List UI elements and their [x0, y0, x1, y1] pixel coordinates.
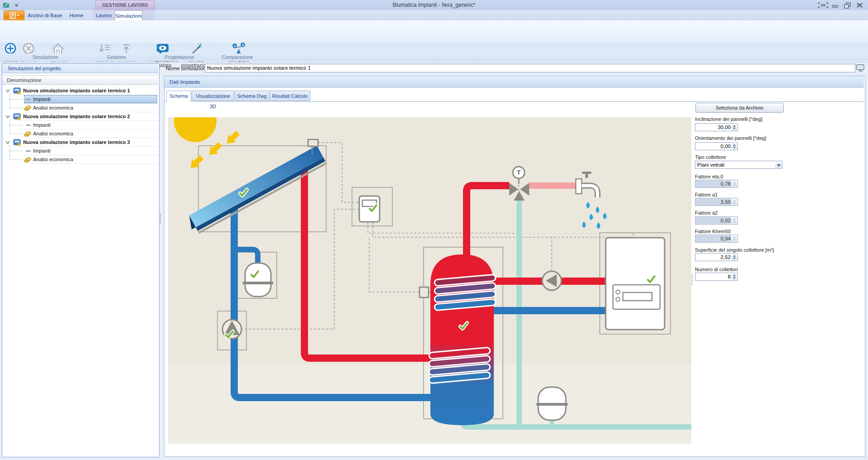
coins-icon	[24, 157, 31, 163]
impianti-icon	[26, 150, 31, 152]
close-button[interactable]	[855, 2, 865, 9]
spinner-fattore-khem50	[731, 235, 738, 243]
tree-row-label: Impianti	[33, 147, 51, 155]
t-sensor-label: T	[517, 169, 521, 176]
group-label-comparazione: Comparazione	[210, 54, 265, 60]
group-label-gestione: Gestione	[89, 54, 144, 60]
tree-row-label: Nuova simulazione impianto solare termic…	[23, 138, 130, 147]
chevron-down-icon[interactable]	[5, 141, 10, 144]
tab-strip-line	[164, 101, 864, 102]
group-label-progettazione: Progettazione	[152, 54, 207, 60]
boiler[interactable]	[606, 238, 665, 330]
tree-row-impianti-1[interactable]: Impianti	[2, 95, 158, 104]
tree-row-label: Analisi economica	[33, 155, 73, 164]
svg-text:A: A	[234, 44, 236, 48]
field-fattore-a2: 0,02	[695, 216, 733, 225]
field-label-tipo-collettore: Tipo collettore	[695, 154, 726, 160]
field-superficie[interactable]: 2,52	[695, 253, 733, 261]
application-window: GESTIONE LAVORO Blumatica Impianti - fie…	[0, 0, 868, 460]
field-inclinazione[interactable]: 30,00	[695, 123, 733, 131]
sidebar-header: Simulazioni del progetto	[2, 64, 158, 73]
group-separator	[218, 43, 219, 79]
spinner-numero-collettori[interactable]	[731, 273, 738, 281]
expansion-vessel-solar[interactable]	[243, 263, 273, 297]
seleziona-da-archivio-button[interactable]: Seleziona da Archivio	[695, 103, 784, 113]
group-label-simulazione: Simulazione	[18, 54, 72, 60]
dropdown-button-icon[interactable]	[775, 161, 782, 169]
spinner-fattore-a1	[731, 198, 738, 206]
field-fattore-eta0: 0,78	[695, 180, 733, 188]
spinner-fattore-a2	[731, 216, 738, 225]
column-header-denominazione[interactable]: Denominazione	[2, 75, 158, 85]
chevron-down-icon[interactable]	[5, 115, 10, 119]
name-simulation-label: Nome simulazione	[166, 66, 209, 71]
file-menu-icon	[10, 12, 19, 19]
field-orientamento[interactable]: 0,00	[695, 142, 733, 150]
field-label-fattore-a2: Fattore a2	[695, 210, 718, 216]
spinner-fattore-eta0	[731, 180, 738, 188]
tab-risultati-calcolo[interactable]: Risultati Calcolo	[270, 91, 310, 101]
tree-row-simulation-2[interactable]: Nuova simulazione impianto solare termic…	[2, 112, 158, 121]
tree-row-label: Analisi economica	[33, 129, 73, 138]
spinner-orientamento[interactable]	[731, 142, 738, 150]
svg-text:B: B	[242, 43, 244, 47]
tab-lavoro[interactable]: Lavoro	[94, 10, 113, 20]
schema-canvas[interactable]: T	[168, 117, 691, 444]
canvas-background-lower	[168, 365, 691, 444]
storage-tank[interactable]	[429, 254, 496, 425]
spinner-inclinazione[interactable]	[731, 123, 738, 131]
field-label-numero-collettori: Numero di collettori	[695, 267, 738, 272]
field-label-superficie: Superficie del singolo collettore [m²]	[695, 247, 774, 253]
field-label-fattore-eta0: Fattore eta,0	[695, 174, 723, 179]
dropdown-tipo-collettore[interactable]: Piani vetrati	[695, 161, 777, 169]
simulation-icon	[13, 87, 21, 94]
tree-row-impianti-3[interactable]: Impianti	[2, 147, 158, 155]
field-fattore-a1: 3,50	[695, 198, 733, 206]
tab-schema[interactable]: Schema	[166, 91, 191, 102]
file-menu-button[interactable]	[4, 10, 24, 21]
coins-icon	[24, 105, 31, 111]
fullscreen-button[interactable]	[818, 2, 828, 9]
field-label-inclinazione: Inclinazione dei pannelli [°deg]	[695, 116, 762, 122]
groupbox-header: Dati Impianto	[164, 76, 864, 88]
chevron-down-icon[interactable]	[5, 89, 10, 93]
tank-sensor[interactable]	[420, 287, 431, 297]
boiler-pump[interactable]	[542, 271, 561, 290]
tab-simulazioni[interactable]: Simulazioni	[115, 10, 143, 21]
project-simulations-panel: Simulazioni del progetto Denominazione N…	[2, 63, 159, 457]
tree-row-simulation-3[interactable]: Nuova simulazione impianto solare termic…	[2, 138, 158, 147]
tab-visualizzazione-3d[interactable]: Visualizzazione 3D	[192, 91, 234, 101]
coins-icon	[24, 131, 31, 137]
window-title: Blumatica Impianti - fiera_generic*	[0, 2, 868, 8]
tree-row-label: Impianti	[33, 95, 51, 104]
tree-row-label: Impianti	[33, 121, 51, 129]
tree-row-analisi-3[interactable]: Analisi economica	[2, 155, 158, 164]
minimize-button[interactable]	[830, 2, 840, 9]
tab-archivi-di-base[interactable]: Archivi di Base	[26, 10, 64, 20]
impianti-icon	[26, 125, 31, 126]
tree-row-impianti-2[interactable]: Impianti	[2, 121, 158, 129]
simulation-icon	[13, 113, 21, 120]
impianti-icon	[26, 99, 31, 100]
name-simulation-input[interactable]: Nuova simulazione impianto solare termic…	[205, 64, 855, 72]
field-label-fattore-khem50: Fattore Khem50	[695, 229, 731, 234]
group-separator	[257, 43, 258, 79]
tree-row-label: Analisi economica	[33, 104, 73, 112]
tree-row-label: Nuova simulazione impianto solare termic…	[23, 112, 130, 121]
tab-schema-dwg[interactable]: Schema Dwg	[235, 91, 269, 101]
tree-row-analisi-2[interactable]: Analisi economica	[2, 129, 158, 138]
restore-button[interactable]	[843, 2, 853, 9]
tree-row-label: Nuova simulazione impianto solare termic…	[23, 86, 130, 95]
field-fattore-khem50: 0,94	[695, 235, 733, 243]
tree-row-analisi-1[interactable]: Analisi economica	[2, 104, 158, 112]
monitor-icon[interactable]	[856, 64, 865, 72]
tab-home[interactable]: Home	[66, 10, 87, 20]
spinner-superficie[interactable]	[731, 253, 738, 261]
field-label-fattore-a1: Fattore a1	[695, 192, 718, 197]
sidebar-splitter[interactable]	[160, 213, 162, 225]
expansion-vessel-dhw[interactable]	[536, 387, 568, 420]
fields-panel-splitter[interactable]	[692, 274, 694, 286]
field-label-orientamento: Orientamento dei pannelli [°deg]	[695, 135, 766, 141]
tree-row-simulation-1[interactable]: Nuova simulazione impianto solare termic…	[2, 86, 158, 95]
field-numero-collettori[interactable]: 8	[695, 273, 733, 281]
